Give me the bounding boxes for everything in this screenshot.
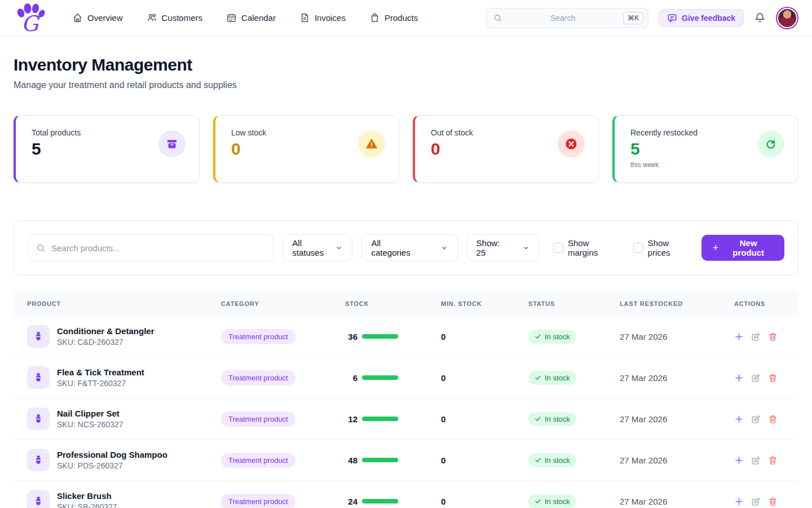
product-search[interactable] (28, 234, 273, 261)
last-restocked-date: 27 Mar 2026 (620, 456, 734, 465)
show-prices-checkbox[interactable] (633, 243, 643, 253)
category-badge: Treatment product (221, 370, 295, 386)
stat-value: 5 (32, 139, 81, 159)
plus-icon (734, 497, 744, 506)
nav-label: Customers (162, 13, 203, 23)
stock-value: 48 (345, 456, 358, 465)
show-margins-toggle[interactable]: Show margins (553, 238, 620, 257)
show-prices-toggle[interactable]: Show prices (633, 238, 692, 257)
last-restocked-date: 27 Mar 2026 (620, 373, 734, 383)
min-stock-value: 0 (441, 373, 528, 383)
edit-button[interactable] (751, 332, 761, 341)
notifications-button[interactable] (754, 12, 766, 24)
trash-icon (768, 497, 778, 506)
table-body: Conditioner & Detangler SKU: C&D-260327 … (14, 316, 798, 508)
edit-button[interactable] (751, 497, 761, 506)
last-restocked-date: 27 Mar 2026 (620, 414, 734, 424)
new-product-button[interactable]: + New product (701, 235, 784, 261)
check-icon (535, 498, 541, 505)
stat-recently-restocked: Recently restocked 5 this week (612, 115, 798, 183)
warning-icon (358, 130, 385, 157)
search-icon (36, 243, 46, 253)
restock-button[interactable] (734, 332, 744, 341)
chevron-down-icon (440, 244, 448, 252)
table-row: Conditioner & Detangler SKU: C&D-260327 … (14, 316, 798, 357)
nav-label: Overview (87, 13, 123, 23)
product-bottle-icon (27, 449, 50, 471)
new-product-label: New product (723, 238, 773, 257)
chat-icon (667, 13, 677, 23)
delete-button[interactable] (768, 414, 778, 424)
show-prices-label: Show prices (648, 238, 692, 257)
category-filter-select[interactable]: All categories (361, 234, 457, 261)
nav-customers[interactable]: Customers (147, 12, 203, 23)
give-feedback-button[interactable]: Give feedback (659, 9, 744, 27)
check-icon (535, 415, 541, 422)
category-badge: Treatment product (221, 329, 295, 344)
plus-icon (734, 332, 744, 341)
package-icon (158, 130, 186, 157)
delete-button[interactable] (768, 456, 778, 465)
show-count-select[interactable]: Show: 25 (467, 234, 540, 261)
plus-icon: + (713, 242, 719, 254)
delete-button[interactable] (768, 497, 778, 506)
stock-level-bar (362, 375, 398, 380)
brand-logo[interactable]: G (14, 2, 46, 34)
stat-value: 5 (630, 139, 698, 159)
col-category: CATEGORY (221, 300, 345, 307)
table-row: Flea & Tick Treatment SKU: F&TT-260327 T… (14, 357, 798, 398)
status-badge: In stock (528, 330, 576, 344)
check-icon (535, 457, 541, 463)
global-search-input[interactable] (502, 14, 623, 23)
status-filter-value: All statuses (292, 238, 334, 257)
trash-icon (768, 332, 778, 341)
product-sku: SKU: PDS-260327 (57, 461, 167, 470)
chevron-down-icon (335, 244, 343, 252)
edit-button[interactable] (751, 456, 761, 465)
user-avatar[interactable] (776, 7, 798, 29)
delete-button[interactable] (768, 332, 778, 341)
restock-button[interactable] (734, 456, 744, 465)
category-filter-value: All categories (371, 238, 420, 257)
product-name: Nail Clipper Set (57, 409, 123, 418)
show-margins-checkbox[interactable] (553, 243, 563, 253)
table-row: Slicker Brush SKU: SB-260327 Treatment p… (14, 481, 798, 508)
nav-calendar[interactable]: Calendar (226, 12, 276, 23)
col-status: STATUS (528, 300, 620, 307)
stat-low-stock: Low stock 0 (213, 115, 399, 183)
trash-icon (768, 456, 778, 465)
top-nav: G Overview Customers Calendar (0, 0, 812, 36)
edit-icon (751, 497, 761, 506)
min-stock-value: 0 (441, 332, 528, 341)
chevron-down-icon (522, 244, 530, 252)
refresh-icon (757, 130, 784, 157)
show-margins-label: Show margins (568, 238, 620, 257)
stock-level-bar (362, 458, 398, 462)
nav-overview[interactable]: Overview (72, 12, 123, 23)
feedback-label: Give feedback (682, 14, 735, 23)
global-search[interactable]: ⌘K (486, 8, 648, 28)
trash-icon (768, 373, 778, 383)
stat-label: Low stock (231, 128, 266, 137)
stock-value: 24 (345, 497, 358, 506)
stock-value: 12 (345, 414, 358, 424)
nav-products[interactable]: Products (369, 12, 418, 23)
stat-total-products: Total products 5 (14, 115, 200, 183)
restock-button[interactable] (734, 497, 744, 506)
paw-logo-icon: G (14, 3, 46, 33)
status-label: In stock (545, 497, 570, 506)
delete-button[interactable] (768, 373, 778, 383)
product-search-input[interactable] (51, 243, 265, 253)
stats-row: Total products 5 Low stock 0 (14, 115, 798, 183)
main-nav: Overview Customers Calendar Invoices (72, 12, 418, 23)
restock-button[interactable] (734, 373, 744, 383)
trash-icon (768, 414, 778, 424)
product-name: Conditioner & Detangler (57, 326, 155, 336)
product-bottle-icon (27, 366, 50, 389)
edit-button[interactable] (751, 373, 761, 383)
nav-invoices[interactable]: Invoices (299, 12, 346, 23)
edit-button[interactable] (751, 414, 761, 424)
status-filter-select[interactable]: All statuses (283, 234, 352, 261)
status-label: In stock (545, 415, 570, 423)
restock-button[interactable] (734, 414, 744, 424)
